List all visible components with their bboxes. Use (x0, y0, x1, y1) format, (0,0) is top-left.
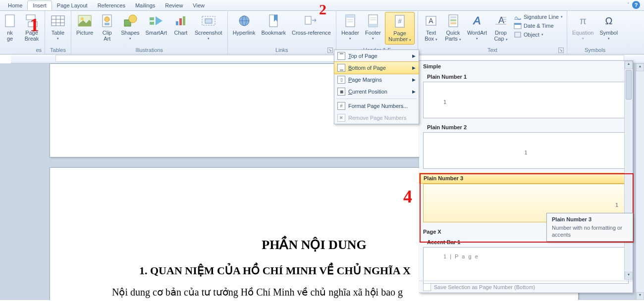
page-number-gallery: Simple Plain Number 1 1 Plain Number 2 1… (419, 60, 633, 293)
svg-point-14 (129, 15, 137, 23)
date-time-button[interactable]: Date & Time (514, 22, 563, 30)
page-number-button[interactable]: # PageNumber ▾ (385, 12, 415, 45)
document-scrollbar[interactable]: ▴ ▾ (636, 63, 644, 300)
svg-rect-43 (450, 19, 456, 21)
pn-format-numbers[interactable]: #Format Page Numbers... (334, 100, 419, 112)
dropcap-button[interactable]: A DropCap ▾ (491, 12, 511, 44)
svg-text:Ω: Ω (605, 15, 612, 26)
group-links-label: Links↘ (231, 46, 333, 54)
equation-button[interactable]: π Equation▾ (570, 12, 595, 43)
header-button[interactable]: Header▾ (339, 12, 361, 43)
svg-rect-22 (205, 19, 212, 23)
svg-rect-15 (150, 17, 154, 20)
svg-rect-30 (346, 15, 355, 18)
quickparts-button[interactable]: QuickParts ▾ (443, 12, 463, 44)
help-icon[interactable]: ? (632, 1, 640, 9)
minimize-ribbon-icon[interactable]: ˇ (628, 2, 629, 8)
tooltip-plain-number-3: Plain Number 3 Number with no formatting… (546, 213, 633, 242)
svg-rect-18 (176, 21, 178, 25)
pn-bottom-of-page[interactable]: ▁Bottom of Page▶ (334, 61, 419, 74)
svg-rect-12 (105, 23, 109, 25)
tab-references[interactable]: References (93, 1, 130, 10)
tab-page-layout[interactable]: Page Layout (52, 1, 93, 10)
wordart-button[interactable]: A WordArt▾ (465, 12, 489, 43)
chart-button[interactable]: Chart (171, 12, 191, 37)
group-symbols-label: Symbols (570, 46, 620, 54)
table-button[interactable]: Table▾ (48, 12, 68, 43)
svg-text:A: A (473, 14, 481, 27)
tab-view[interactable]: View (188, 1, 210, 10)
svg-point-9 (81, 17, 84, 20)
pn-top-of-page[interactable]: ▔TTop of Pageop of Page▶ (334, 50, 419, 62)
annotation-4: 4 (403, 186, 412, 207)
shapes-button[interactable]: Shapes▾ (119, 12, 141, 43)
svg-point-11 (105, 17, 109, 22)
svg-rect-54 (515, 32, 521, 37)
blank-page-button[interactable]: nkge (0, 12, 20, 43)
pn-remove-numbers: ✖Remove Page Numbers (334, 112, 419, 124)
gallery-plain-number-1[interactable]: Plain Number 1 1 (423, 72, 629, 118)
bookmark-button[interactable]: Bookmark (259, 12, 288, 37)
svg-rect-44 (450, 22, 456, 24)
picture-button[interactable]: Picture (74, 12, 95, 37)
svg-rect-0 (5, 15, 14, 27)
object-button[interactable]: Object ▾ (514, 31, 563, 39)
smartart-button[interactable]: SmartArt (144, 12, 169, 37)
svg-text:#: # (398, 17, 402, 25)
tab-review[interactable]: Review (160, 1, 188, 10)
tab-home[interactable]: Home (3, 1, 27, 10)
svg-rect-53 (514, 23, 521, 25)
svg-rect-19 (179, 18, 182, 25)
svg-rect-3 (52, 16, 64, 26)
annotation-2: 2 (319, 1, 326, 18)
tab-mailings[interactable]: Mailings (130, 1, 160, 10)
svg-marker-17 (156, 16, 162, 25)
gallery-accent-bar-1[interactable]: Accent Bar 1 1 | P a g e (423, 237, 629, 284)
svg-text:A: A (429, 17, 433, 25)
annotation-1: 1 (30, 14, 39, 36)
svg-text:A: A (498, 15, 504, 25)
page-number-menu: ▔TTop of Pageop of Page▶ ▁Bottom of Page… (334, 50, 419, 124)
group-pages-label: es (0, 46, 42, 54)
footer-button[interactable]: Footer▾ (363, 12, 383, 43)
hyperlink-button[interactable]: Hyperlink (231, 12, 258, 37)
screenshot-button[interactable]: Screenshot▾ (193, 12, 224, 43)
clipart-button[interactable]: ClipArt (97, 12, 117, 43)
group-illustrations-label: Illustrations (74, 46, 224, 54)
pn-page-margins[interactable]: ▯Page Margins▶ (334, 74, 419, 86)
gallery-save-selection: Save Selection as Page Number (Bottom) (419, 281, 633, 293)
svg-rect-16 (150, 22, 154, 25)
svg-rect-42 (450, 16, 456, 18)
svg-rect-34 (369, 24, 377, 27)
pn-current-position[interactable]: ◼Current Position▶ (334, 86, 419, 98)
svg-rect-20 (183, 16, 185, 25)
symbol-button[interactable]: Ω Symbol▾ (597, 12, 620, 43)
textbox-button[interactable]: A TextBox ▾ (421, 12, 441, 44)
gallery-scrollbar[interactable]: ▴ ▾ (624, 61, 633, 280)
gallery-section-simple: Simple (419, 61, 633, 72)
svg-rect-28 (305, 16, 311, 24)
gallery-plain-number-2[interactable]: Plain Number 2 1 (423, 122, 629, 169)
group-tables-label: Tables (48, 46, 68, 54)
tab-insert[interactable]: Insert (27, 0, 52, 10)
signature-line-button[interactable]: Signature Line ▾ (514, 13, 563, 21)
group-text-label: Text↘ (421, 46, 564, 54)
svg-text:π: π (580, 15, 587, 26)
